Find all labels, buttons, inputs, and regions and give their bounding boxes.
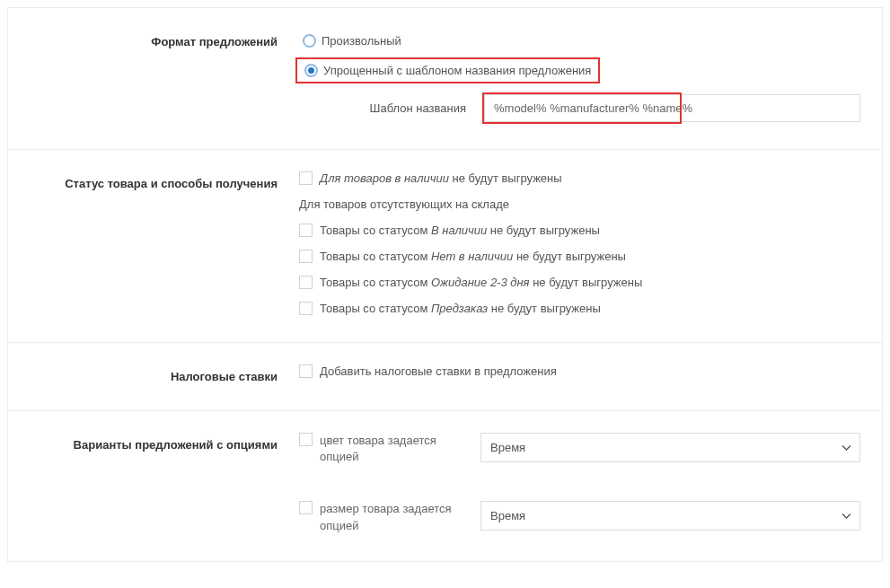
checkbox-color-label: цвет товара задается опцией xyxy=(320,433,457,465)
radio-circle-icon xyxy=(304,64,318,77)
section-offer-variants: Варианты предложений с опциями цвет това… xyxy=(8,411,882,561)
checkbox-status-out-of-stock[interactable] xyxy=(299,250,313,263)
checkbox-size-option[interactable] xyxy=(299,501,313,514)
offer-variants-label: Варианты предложений с опциями xyxy=(30,433,299,452)
select-size-option[interactable]: Время xyxy=(480,501,860,531)
checkbox-tax[interactable] xyxy=(299,364,313,378)
product-status-label: Статус товара и способы получения xyxy=(30,171,299,190)
out-of-stock-note: Для товаров отсутствующих на складе xyxy=(299,197,860,211)
template-input[interactable] xyxy=(484,94,860,122)
section-offer-format: Формат предложений Произвольный Упрощенн… xyxy=(8,8,882,150)
checkbox-status-preorder-label: Товары со статусом Предзаказ не будут вы… xyxy=(320,302,601,315)
checkbox-instock-exclude[interactable] xyxy=(299,171,313,185)
checkbox-tax-label: Добавить налоговые ставки в предложения xyxy=(320,364,557,378)
checkbox-status-in-stock[interactable] xyxy=(299,224,313,237)
checkbox-status-in-stock-label: Товары со статусом В наличии не будут вы… xyxy=(320,224,600,237)
radio-arbitrary[interactable]: Произвольный xyxy=(295,30,409,52)
radio-arbitrary-label: Произвольный xyxy=(322,34,401,48)
checkbox-color-option[interactable] xyxy=(299,433,313,446)
radio-simplified[interactable]: Упрощенный с шаблоном названия предложен… xyxy=(295,57,600,83)
select-color-option[interactable]: Время xyxy=(480,433,860,462)
checkbox-instock-label: Для товаров в наличии не будут выгружены xyxy=(320,171,562,185)
checkbox-status-waiting-label: Товары со статусом Ожидание 2-3 дня не б… xyxy=(320,276,642,289)
section-tax-rates: Налоговые ставки Добавить налоговые став… xyxy=(8,343,882,411)
checkbox-size-label: размер товара задается опцией xyxy=(320,501,457,533)
radio-circle-icon xyxy=(303,34,316,48)
settings-form: Формат предложений Произвольный Упрощенн… xyxy=(7,7,883,562)
checkbox-status-preorder[interactable] xyxy=(299,302,313,315)
tax-rates-label: Налоговые ставки xyxy=(30,364,299,383)
section-product-status: Статус товара и способы получения Для то… xyxy=(8,150,882,343)
radio-simplified-label: Упрощенный с шаблоном названия предложен… xyxy=(323,64,591,77)
checkbox-status-out-of-stock-label: Товары со статусом Нет в наличии не буду… xyxy=(320,250,626,263)
checkbox-status-waiting[interactable] xyxy=(299,276,313,289)
template-sublabel: Шаблон названия xyxy=(299,101,466,115)
offer-format-label: Формат предложений xyxy=(30,30,299,48)
